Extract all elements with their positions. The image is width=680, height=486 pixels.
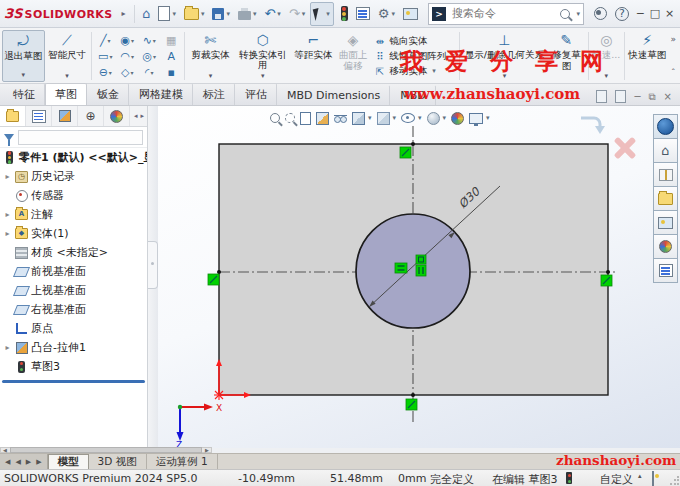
view-orientation-button[interactable]: ▾ [352,112,372,125]
midpoint-relation-icon[interactable] [400,147,411,158]
ribbon-overflow-icon[interactable]: » [670,34,676,44]
expand-icon[interactable]: ▸ [3,210,12,219]
unit-caret-icon[interactable]: ▴ [638,472,642,480]
save-button[interactable]: ▾ [209,3,233,25]
tab-configuration-manager[interactable] [52,106,78,126]
spline-tool-button[interactable]: ∿▾ [138,32,160,48]
undo-button[interactable]: ↶▾ [261,3,283,25]
text-tool-button[interactable]: A [160,48,182,64]
options-list-button[interactable] [353,3,373,25]
hide-show-items-button[interactable]: ▾ [401,113,422,123]
move-entities-button[interactable]: ⇱移动实体▾ [373,65,455,78]
tab-markup[interactable]: 标注 [193,83,235,105]
tabs-scroll-left-icon[interactable]: ◂ [134,112,138,120]
ribbon-collapse-icon[interactable]: ˆ [671,68,676,78]
zoom-to-area-button[interactable] [285,113,295,123]
solidworks-resources-tab[interactable] [653,114,678,139]
doc-restore-button[interactable]: ⧉ [648,91,655,103]
rollback-bar[interactable] [2,380,145,383]
midpoint-vertex[interactable] [606,270,610,274]
midpoint-vertex[interactable] [217,270,221,274]
polygon-tool-button[interactable]: ◇▾ [116,64,138,80]
minimize-button[interactable]: ─ [634,4,647,24]
section-view-button[interactable] [316,112,329,125]
tree-item-annotations[interactable]: ▸ A 注解 [0,205,147,224]
resize-grip[interactable] [669,476,679,486]
tree-item-sensors[interactable]: 传感器 [0,186,147,205]
design-library-tab[interactable] [653,162,678,187]
expand-icon[interactable]: ▸ [3,343,12,352]
tab-display-manager[interactable] [104,106,130,126]
tab-sheet-metal[interactable]: 钣金 [87,83,129,105]
print-button[interactable]: ▾ [235,3,260,25]
scroll-left-icon[interactable]: ◀ [1,448,9,452]
tree-root-item[interactable]: 零件1 (默认) <<默认>_显示状 [0,148,147,167]
tab-mbd-dimensions[interactable]: MBD Dimensions [277,85,390,105]
smart-dimension-button[interactable]: ⟋ 智能尺寸 ▾ [45,30,90,82]
scroll-right-icon[interactable]: ▶ [203,448,211,452]
filter-icon[interactable] [4,134,14,141]
search-icon[interactable] [560,9,570,19]
prev-tab-icon[interactable]: ◀ [13,458,22,466]
doc-close-button[interactable]: × [664,91,672,102]
fillet-tool-button[interactable]: ◜▾ [138,64,160,80]
select-tool-button[interactable]: ▾ [310,2,334,26]
display-style-button[interactable]: ▾ [377,112,397,125]
linear-pattern-button[interactable]: ⠿线性草图阵列▾ [373,50,455,63]
circle-tool-button[interactable]: ◉▾ [116,32,138,48]
tag-button[interactable] [652,472,654,485]
redo-button[interactable]: ↷▾ [286,3,308,25]
new-document-button[interactable]: ▾ [155,3,179,25]
home-button[interactable]: ⌂ [139,3,153,25]
rapid-sketch-button[interactable]: ◎ 快速... ▾ [591,30,622,82]
rectangle-tool-button[interactable]: ▭▾ [94,48,116,64]
midpoint-relation-icon[interactable] [601,275,612,286]
tab-evaluate[interactable]: 评估 [235,83,277,105]
tree-filter-input[interactable] [18,130,143,145]
home-tab[interactable]: ⌂ [653,138,678,163]
view-palette-tab[interactable] [653,210,678,235]
help-button[interactable]: ? [612,3,632,25]
tab-features[interactable]: 特征 [3,83,45,105]
tree-item-origin[interactable]: 原点 [0,319,147,338]
graphics-viewport[interactable]: Ø30 [158,106,680,448]
open-button[interactable]: ▾ [181,3,208,25]
menu-flyout-icon[interactable]: ▸ [122,9,126,18]
convert-entities-button[interactable]: ⬡ 转换实体引用 ▾ [234,30,292,82]
tabs-scroll-right-icon[interactable]: ▸ [140,112,144,120]
tab-model[interactable]: 模型 [48,454,89,469]
tab-featuremanager-tree[interactable] [0,106,26,126]
slot-tool-button[interactable]: ⊖▾ [94,64,116,80]
tree-item-boss-extrude1[interactable]: ▸ 凸台-拉伸1 [0,338,147,357]
offset-entities-button[interactable]: ⌐ 等距实体 [292,30,335,82]
trim-entities-button[interactable]: ✄ 剪裁实体 ▾ [187,30,234,82]
file-explorer-tab[interactable] [653,186,678,211]
expand-icon[interactable]: ▸ [3,229,12,238]
caret-down-icon[interactable]: ▾ [576,10,580,18]
tab-dimxpert-manager[interactable]: ⊕ [78,106,104,126]
view-settings-button[interactable]: ▾ [469,113,490,124]
mirror-entities-button[interactable]: ⇹镜向实体 [373,35,455,48]
tab-mbd[interactable]: MBD [390,85,436,105]
midpoint-vertex[interactable] [411,393,415,397]
tab-3d-views[interactable]: 3D 视图 [89,454,147,469]
tree-item-material[interactable]: 材质 <未指定> [0,243,147,262]
midpoint-relation-icon[interactable] [406,399,417,410]
vertical-relation-icon[interactable] [416,265,426,276]
surface-offset-button[interactable]: ◈ 曲面上偏移 [335,30,372,82]
tab-motion-study1[interactable]: 运动算例 1 [147,454,218,469]
line-tool-button[interactable]: ╱▾ [94,32,116,48]
panel-divider[interactable] [148,106,158,448]
zoom-to-fit-button[interactable] [270,113,280,123]
tab-mesh-modeling[interactable]: 网格建模 [129,83,193,105]
coincident-relation-icon[interactable] [416,255,426,264]
screenshot-button[interactable] [400,3,421,25]
login-button[interactable] [591,3,610,25]
options-button[interactable]: ⚙▾ [375,3,398,25]
tree-item-sketch3[interactable]: 草图3 [0,357,147,376]
first-tab-icon[interactable]: ◀ [3,458,12,466]
panel-collapse-handle[interactable] [148,241,158,289]
tree-item-top-plane[interactable]: 上视基准面 [0,281,147,300]
midpoint-relation-icon[interactable] [208,274,219,285]
display-relations-button[interactable]: ⊥ 显示/删除几何关系 ▾ [462,30,547,82]
